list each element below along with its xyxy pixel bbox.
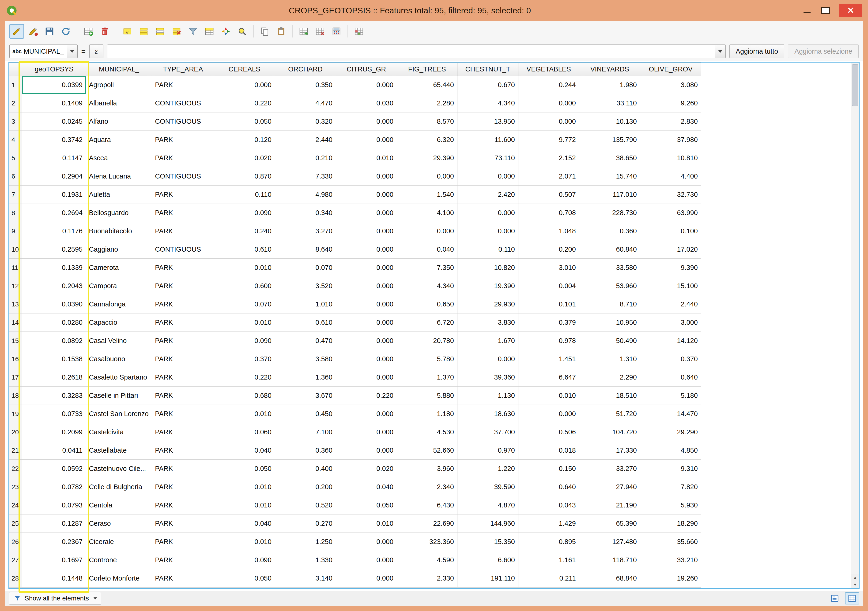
table-cell[interactable]: 1.220 (457, 459, 518, 478)
row-number-cell[interactable]: 26 (9, 533, 22, 551)
column-header-vegetables[interactable]: VEGETABLES (518, 63, 579, 76)
table-cell[interactable]: PARK (152, 314, 214, 332)
table-cell[interactable]: PARK (152, 478, 214, 496)
table-cell[interactable]: 0.200 (275, 478, 336, 496)
table-cell[interactable]: 117.010 (579, 186, 640, 204)
table-cell[interactable]: 0.895 (518, 533, 579, 551)
table-cell[interactable]: 0.000 (336, 423, 397, 441)
field-calculator-icon[interactable] (329, 24, 344, 39)
table-cell[interactable]: 0.030 (336, 94, 397, 113)
table-cell[interactable]: Castel San Lorenzo (86, 405, 152, 423)
toggle-editing-icon[interactable] (9, 24, 24, 39)
table-cell[interactable]: 3.270 (275, 222, 336, 240)
table-cell[interactable]: 0.1147 (22, 149, 86, 167)
table-cell[interactable]: 0.610 (275, 314, 336, 332)
table-cell[interactable]: 4.470 (275, 94, 336, 113)
table-cell[interactable]: 0.470 (275, 332, 336, 350)
table-cell[interactable]: PARK (152, 533, 214, 551)
filter-mode-button[interactable]: Show all the elements (9, 592, 101, 605)
column-header-type-area[interactable]: TYPE_AREA (152, 63, 214, 76)
row-number-cell[interactable]: 27 (9, 551, 22, 569)
table-cell[interactable]: CONTIGUOUS (152, 167, 214, 186)
table-cell[interactable]: Caggiano (86, 240, 152, 258)
table-cell[interactable]: Ascea (86, 149, 152, 167)
table-cell[interactable]: 0.000 (336, 314, 397, 332)
field-selector-combo[interactable]: abc MUNICIPAL_ (9, 45, 78, 58)
table-cell[interactable]: 0.010 (336, 515, 397, 533)
table-cell[interactable]: CONTIGUOUS (152, 113, 214, 131)
table-cell[interactable]: 0.000 (397, 222, 457, 240)
table-cell[interactable]: Camerota (86, 258, 152, 277)
row-number-cell[interactable]: 24 (9, 496, 22, 515)
table-cell[interactable]: 0.010 (336, 149, 397, 167)
table-cell[interactable]: 0.050 (214, 113, 275, 131)
table-cell[interactable]: PARK (152, 368, 214, 387)
table-cell[interactable]: 0.090 (214, 551, 275, 569)
table-cell[interactable]: 21.190 (579, 496, 640, 515)
table-cell[interactable]: 14.470 (640, 405, 701, 423)
table-cell[interactable]: 19.390 (457, 277, 518, 295)
table-cell[interactable]: Castellabate (86, 441, 152, 459)
table-cell[interactable]: 8.640 (275, 240, 336, 258)
table-cell[interactable]: 0.3283 (22, 387, 86, 405)
table-cell[interactable]: 0.000 (336, 569, 397, 588)
table-cell[interactable]: 11.600 (457, 131, 518, 149)
table-cell[interactable]: 0.970 (457, 441, 518, 459)
table-cell[interactable]: 228.730 (579, 204, 640, 222)
table-cell[interactable]: PARK (152, 295, 214, 314)
column-header-municipal-[interactable]: MUNICIPAL_ (86, 63, 152, 76)
move-selection-top-icon[interactable] (202, 24, 217, 39)
table-cell[interactable]: 4.100 (397, 204, 457, 222)
column-header-chestnut-t[interactable]: CHESTNUT_T (457, 63, 518, 76)
table-cell[interactable]: 0.640 (518, 478, 579, 496)
table-cell[interactable]: PARK (152, 350, 214, 368)
table-cell[interactable]: 3.960 (397, 459, 457, 478)
table-cell[interactable]: 27.940 (579, 478, 640, 496)
table-cell[interactable]: 2.830 (640, 113, 701, 131)
table-cell[interactable]: CONTIGUOUS (152, 240, 214, 258)
table-cell[interactable]: PARK (152, 204, 214, 222)
table-cell[interactable]: 0.2618 (22, 368, 86, 387)
table-cell[interactable]: 1.161 (518, 551, 579, 569)
table-cell[interactable]: PARK (152, 277, 214, 295)
table-cell[interactable]: 0.340 (275, 204, 336, 222)
table-cell[interactable]: 10.820 (457, 258, 518, 277)
table-cell[interactable]: PARK (152, 459, 214, 478)
row-number-cell[interactable]: 3 (9, 113, 22, 131)
table-cell[interactable]: 0.350 (275, 76, 336, 94)
table-cell[interactable]: 0.010 (214, 478, 275, 496)
table-cell[interactable]: 4.980 (275, 186, 336, 204)
table-cell[interactable]: 15.100 (640, 277, 701, 295)
table-cell[interactable]: 14.120 (640, 332, 701, 350)
table-cell[interactable]: 7.330 (275, 167, 336, 186)
table-cell[interactable]: 118.710 (579, 551, 640, 569)
table-cell[interactable]: 0.0892 (22, 332, 86, 350)
table-cell[interactable]: 0.3742 (22, 131, 86, 149)
table-cell[interactable]: 39.590 (457, 478, 518, 496)
table-cell[interactable]: 0.210 (275, 149, 336, 167)
table-cell[interactable]: PARK (152, 222, 214, 240)
table-cell[interactable]: 4.850 (640, 441, 701, 459)
row-number-cell[interactable]: 1 (9, 76, 22, 94)
row-number-cell[interactable]: 9 (9, 222, 22, 240)
table-cell[interactable]: Alfano (86, 113, 152, 131)
table-cell[interactable]: 0.200 (518, 240, 579, 258)
table-cell[interactable]: PARK (152, 441, 214, 459)
table-cell[interactable]: 33.210 (640, 551, 701, 569)
field-selector-dropdown-icon[interactable] (67, 45, 78, 58)
table-cell[interactable]: 29.390 (397, 149, 457, 167)
table-cell[interactable]: 0.050 (214, 459, 275, 478)
table-cell[interactable]: 0.520 (275, 496, 336, 515)
table-cell[interactable]: 15.350 (457, 533, 518, 551)
table-cell[interactable]: 0.010 (214, 314, 275, 332)
table-cell[interactable]: 0.070 (275, 258, 336, 277)
table-cell[interactable]: 1.540 (397, 186, 457, 204)
table-cell[interactable]: 0.507 (518, 186, 579, 204)
table-cell[interactable]: 53.960 (579, 277, 640, 295)
table-cell[interactable]: 4.400 (640, 167, 701, 186)
row-number-cell[interactable]: 14 (9, 314, 22, 332)
table-cell[interactable]: 18.630 (457, 405, 518, 423)
table-cell[interactable]: 1.370 (397, 368, 457, 387)
table-cell[interactable]: 0.040 (397, 240, 457, 258)
table-cell[interactable]: 68.840 (579, 569, 640, 588)
